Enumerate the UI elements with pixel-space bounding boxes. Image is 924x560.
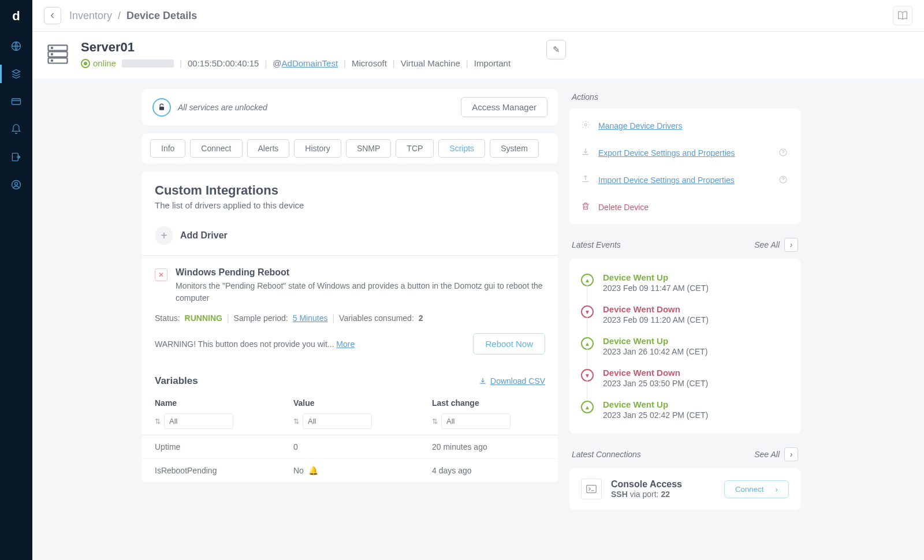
tab-info[interactable]: Info — [150, 139, 185, 158]
domain-link[interactable]: AdDomainTest — [282, 58, 338, 68]
trash-icon — [581, 201, 591, 212]
gear-icon — [581, 120, 591, 131]
events-title: Latest Events — [572, 240, 621, 249]
card-icon[interactable] — [9, 95, 23, 109]
vendor: Microsoft — [352, 58, 387, 68]
arrow-down-icon: ▼ — [581, 369, 594, 382]
app-sidebar: d — [0, 0, 32, 560]
breadcrumb-parent[interactable]: Inventory — [69, 10, 112, 21]
tab-scripts[interactable]: Scripts — [438, 139, 485, 158]
device-type: Virtual Machine — [401, 58, 460, 68]
connect-button[interactable]: Connect› — [724, 480, 789, 498]
chevron-right-icon[interactable]: › — [784, 447, 798, 461]
connection-card: Console Access SSH via port: 22 Connect› — [569, 468, 800, 510]
col-value: Value — [281, 393, 419, 411]
tab-bar: InfoConnectAlertsHistorySNMPTCPScriptsSy… — [142, 133, 558, 163]
edit-button[interactable]: ✎ — [546, 40, 566, 59]
sort-icon[interactable]: ⇅ — [293, 417, 299, 425]
download-csv-link[interactable]: Download CSV — [479, 376, 545, 386]
download-icon — [581, 147, 591, 158]
chevron-right-icon[interactable]: › — [784, 238, 798, 252]
table-row: Uptime020 minutes ago — [142, 435, 558, 459]
tab-tcp[interactable]: TCP — [396, 139, 434, 158]
bell-icon[interactable]: 🔔 — [308, 466, 318, 475]
device-header: Server01 online | 00:15:5D:00:40:15 | @A… — [32, 32, 924, 79]
sort-icon[interactable]: ⇅ — [155, 417, 161, 425]
help-icon[interactable] — [778, 148, 789, 158]
action-export[interactable]: Export Device Settings and Properties — [569, 139, 800, 166]
panel-title: Custom Integrations — [155, 183, 545, 198]
filter-name-input[interactable] — [164, 413, 233, 429]
filter-last-input[interactable] — [441, 413, 511, 429]
device-name: Server01 — [81, 40, 537, 55]
connections-title: Latest Connections — [572, 450, 641, 459]
action-delete[interactable]: Delete Device — [569, 193, 800, 221]
driver-warning: WARNING! This button does not provide yo… — [155, 339, 334, 349]
see-all-conns[interactable]: See All — [754, 450, 780, 459]
more-link[interactable]: More — [336, 339, 355, 349]
event-item: ▲Device Went Up2023 Jan 25 02:42 PM (CET… — [581, 394, 789, 425]
driver-desc: Monitors the "Pending Reboot" state of W… — [176, 280, 545, 304]
svg-rect-11 — [159, 106, 164, 110]
help-icon[interactable] — [778, 175, 789, 185]
sort-icon[interactable]: ⇅ — [432, 417, 438, 425]
services-bar: All services are unlocked Access Manager — [142, 89, 558, 125]
table-row: IsRebootPendingNo🔔4 days ago — [142, 459, 558, 483]
tab-alerts[interactable]: Alerts — [247, 139, 290, 158]
docs-icon[interactable] — [893, 6, 912, 25]
unlock-icon — [152, 98, 171, 117]
events-list: ▲Device Went Up2023 Feb 09 11:47 AM (CET… — [569, 259, 800, 434]
arrow-up-icon: ▲ — [581, 274, 594, 286]
add-driver-button[interactable]: + Add Driver — [142, 216, 558, 256]
breadcrumb-current: Device Details — [126, 10, 197, 21]
svg-point-4 — [15, 182, 18, 185]
tab-snmp[interactable]: SNMP — [346, 139, 391, 158]
remove-driver-button[interactable]: ✕ — [155, 268, 167, 281]
breadcrumb: Inventory / Device Details — [69, 10, 197, 22]
integrations-panel: Custom Integrations The list of drivers … — [142, 171, 558, 483]
event-item: ▲Device Went Up2023 Jan 26 10:42 AM (CET… — [581, 330, 789, 362]
sample-period-link[interactable]: 5 Minutes — [293, 313, 328, 323]
svg-point-10 — [51, 60, 53, 61]
action-manage-drivers[interactable]: Manage Device Drivers — [569, 112, 800, 139]
action-import[interactable]: Import Device Settings and Properties — [569, 166, 800, 193]
globe-icon[interactable] — [9, 39, 23, 53]
services-text: All services are unlocked — [178, 103, 454, 112]
see-all-events[interactable]: See All — [754, 240, 780, 249]
filter-value-input[interactable] — [303, 413, 372, 429]
access-manager-button[interactable]: Access Manager — [461, 97, 547, 117]
svg-point-8 — [51, 47, 53, 48]
panel-subtitle: The list of drivers applied to this devi… — [155, 200, 545, 210]
back-button[interactable] — [44, 7, 61, 24]
server-icon — [44, 40, 72, 68]
status-badge: online — [81, 58, 116, 68]
svg-rect-1 — [12, 99, 21, 104]
topbar: Inventory / Device Details — [32, 0, 924, 32]
arrow-up-icon: ▲ — [581, 337, 594, 350]
conn-title: Console Access — [611, 479, 715, 490]
event-item: ▼Device Went Down2023 Feb 09 11:20 AM (C… — [581, 298, 789, 330]
col-last: Last change — [419, 393, 558, 411]
event-item: ▼Device Went Down2023 Jan 25 03:50 PM (C… — [581, 362, 789, 394]
tab-history[interactable]: History — [294, 139, 341, 158]
app-logo: d — [7, 7, 25, 25]
tab-system[interactable]: System — [490, 139, 539, 158]
plus-icon: + — [155, 226, 173, 245]
actions-title: Actions — [569, 89, 800, 109]
variables-table: Name Value Last change ⇅ ⇅ ⇅ Uptime020 m… — [142, 393, 558, 483]
actions-list: Manage Device Drivers Export Device Sett… — [569, 109, 800, 224]
bell-icon[interactable] — [9, 122, 23, 136]
arrow-up-icon: ▲ — [581, 401, 594, 413]
upload-icon — [581, 174, 591, 185]
terminal-icon — [581, 479, 602, 499]
inventory-icon[interactable] — [9, 67, 23, 81]
user-icon[interactable] — [9, 178, 23, 192]
svg-point-9 — [51, 54, 53, 55]
vars-consumed: 2 — [419, 313, 423, 323]
svg-point-12 — [584, 124, 587, 126]
tab-connect[interactable]: Connect — [190, 139, 242, 158]
col-name: Name — [142, 393, 281, 411]
event-item: ▲Device Went Up2023 Feb 09 11:47 AM (CET… — [581, 267, 789, 298]
export-icon[interactable] — [9, 150, 23, 164]
reboot-button[interactable]: Reboot Now — [473, 333, 545, 354]
